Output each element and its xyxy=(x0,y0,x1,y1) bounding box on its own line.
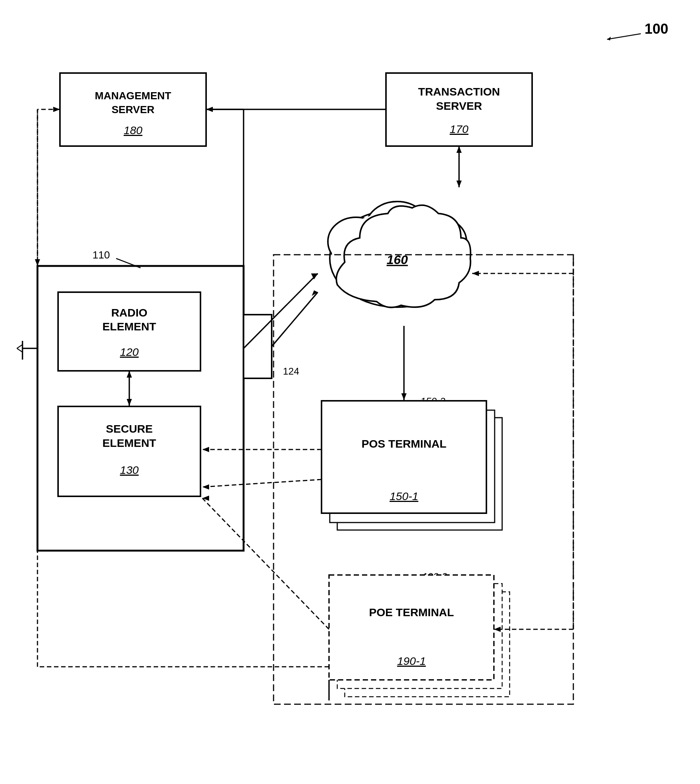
secure-element-ref: 130 xyxy=(120,464,138,476)
pos-terminal-label: POS TERMINAL xyxy=(362,438,447,450)
management-server-ref: 180 xyxy=(124,124,142,136)
management-server-label1: MANAGEMENT xyxy=(95,90,171,102)
svg-line-26 xyxy=(272,292,318,346)
diagram-container: 100 MANAGEMENT SERVER 180 TRANSACTION SE… xyxy=(0,0,700,784)
secure-element-label1: SECURE xyxy=(106,423,153,435)
pos-terminal-ref: 150-1 xyxy=(390,490,418,502)
management-server-label2: SERVER xyxy=(112,104,155,115)
secure-element-box xyxy=(58,406,200,496)
connector-ref: 124 xyxy=(283,366,299,377)
svg-line-48 xyxy=(17,345,22,348)
svg-line-20 xyxy=(243,273,318,348)
svg-marker-52 xyxy=(35,259,40,266)
transaction-server-ref: 170 xyxy=(450,123,468,135)
svg-marker-1 xyxy=(607,37,611,40)
radio-element-label1: RADIO xyxy=(111,306,148,319)
main-ref-label: 100 xyxy=(645,21,668,37)
svg-marker-44 xyxy=(472,271,479,276)
radio-element-label2: ELEMENT xyxy=(102,320,156,333)
svg-line-49 xyxy=(17,348,22,352)
transaction-server-label1: TRANSACTION xyxy=(418,85,500,98)
svg-marker-16 xyxy=(457,146,462,153)
secure-element-label2: ELEMENT xyxy=(102,437,156,449)
svg-line-0 xyxy=(607,34,641,39)
poe-terminal-label: POE TERMINAL xyxy=(369,606,454,618)
transaction-server-label2: SERVER xyxy=(436,100,482,112)
poe-terminal-ref: 190-1 xyxy=(397,655,426,667)
mobile-device-ref: 110 xyxy=(93,249,110,261)
svg-marker-25 xyxy=(401,393,407,400)
svg-marker-23 xyxy=(206,107,213,112)
svg-marker-17 xyxy=(457,181,462,187)
radio-element-ref: 120 xyxy=(120,346,138,358)
